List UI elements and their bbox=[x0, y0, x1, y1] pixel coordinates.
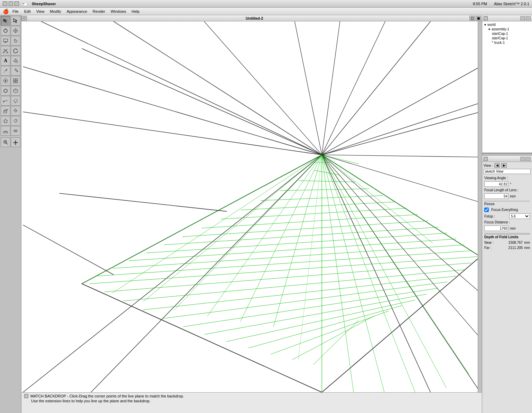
canvas-expand-btn[interactable]: ▢ bbox=[469, 16, 475, 21]
spin-tool[interactable] bbox=[1, 26, 10, 36]
star-tool[interactable] bbox=[1, 116, 10, 126]
menu-view[interactable]: View bbox=[34, 9, 47, 14]
canvas-3d-view[interactable] bbox=[21, 21, 482, 392]
scene-expand-btn[interactable] bbox=[520, 16, 525, 20]
camera-panel-titlebar bbox=[482, 156, 532, 162]
svg-rect-34 bbox=[4, 111, 7, 113]
canvas-close-btn[interactable]: □ bbox=[21, 16, 27, 21]
dof-section: Depth of Field Limits bbox=[484, 233, 530, 239]
svg-marker-43 bbox=[3, 119, 8, 123]
focus-everything-checkbox[interactable] bbox=[484, 208, 489, 212]
target-tool[interactable] bbox=[11, 26, 20, 36]
minimize-button[interactable] bbox=[9, 1, 13, 6]
main-layout: A bbox=[0, 15, 532, 413]
svg-rect-9 bbox=[4, 42, 7, 42]
scene-tree: ▼ world ▼ assembly-1 startCap-1 starICap… bbox=[482, 21, 532, 47]
cam-collapse-btn[interactable] bbox=[526, 157, 531, 161]
menu-render[interactable]: Render bbox=[90, 9, 108, 14]
menu-file[interactable]: File bbox=[10, 9, 21, 14]
focal-length-unit: mm bbox=[510, 194, 516, 198]
svg-point-27 bbox=[4, 89, 7, 93]
focal-length-input[interactable] bbox=[484, 193, 508, 199]
svg-line-89 bbox=[271, 311, 389, 354]
svg-line-105 bbox=[322, 155, 446, 388]
status-collapse-btn[interactable] bbox=[24, 394, 28, 398]
select-arrow-tool[interactable] bbox=[1, 16, 10, 26]
maximize-button[interactable] bbox=[15, 1, 19, 6]
viewing-angle-input[interactable] bbox=[484, 181, 508, 187]
sheepshaver-icon: 🐑 bbox=[22, 1, 28, 7]
dof-section-title: Depth of Field Limits bbox=[484, 235, 519, 239]
transform-tool[interactable] bbox=[11, 126, 20, 136]
monitor-tool[interactable] bbox=[1, 36, 10, 46]
text-tool[interactable]: A bbox=[1, 56, 10, 66]
menu-appearance[interactable]: Appearance bbox=[64, 9, 90, 14]
window-controls bbox=[3, 1, 19, 6]
svg-line-73 bbox=[202, 214, 418, 228]
scene-panel-close[interactable] bbox=[484, 16, 488, 20]
svg-line-103 bbox=[322, 155, 384, 392]
pen-tool[interactable] bbox=[1, 66, 10, 76]
canvas-title: Untitled-2 bbox=[27, 16, 482, 20]
lasso-tool[interactable] bbox=[11, 96, 20, 106]
far-row: Far : 2111.205 mm bbox=[482, 245, 532, 250]
close-button[interactable] bbox=[3, 1, 7, 6]
cam-expand-btn[interactable] bbox=[520, 157, 525, 161]
svg-line-116 bbox=[322, 155, 480, 157]
cam-panel-close[interactable] bbox=[484, 157, 488, 161]
pan-tool[interactable] bbox=[11, 137, 20, 147]
menu-modify[interactable]: Modify bbox=[47, 9, 64, 14]
svg-rect-23 bbox=[13, 79, 15, 80]
view-next-btn[interactable]: ▶ bbox=[501, 163, 507, 168]
view-prev-btn[interactable]: ◀ bbox=[494, 163, 500, 168]
light-tool[interactable] bbox=[11, 106, 20, 116]
svg-line-101 bbox=[298, 155, 322, 359]
focal-length-row: mm bbox=[482, 193, 532, 200]
cut-tool[interactable] bbox=[1, 46, 10, 56]
scene-collapse-btn[interactable] bbox=[526, 16, 531, 20]
scene-starcap-item: starICap-1 bbox=[492, 36, 531, 40]
svg-line-88 bbox=[249, 306, 402, 348]
svg-line-113 bbox=[295, 21, 322, 155]
svg-line-57 bbox=[322, 112, 480, 155]
svg-line-99 bbox=[240, 155, 322, 321]
menu-windows[interactable]: Windows bbox=[108, 9, 129, 14]
menu-help[interactable]: Help bbox=[129, 9, 142, 14]
svg-point-1 bbox=[5, 29, 6, 30]
canvas-collapse-btn[interactable]: ▣ bbox=[476, 16, 481, 21]
canvas-scroll[interactable] bbox=[478, 21, 482, 392]
spiral-tool[interactable] bbox=[11, 116, 20, 126]
svg-line-59 bbox=[23, 155, 322, 392]
svg-line-114 bbox=[322, 21, 340, 155]
apple-menu[interactable]: 🍎 bbox=[1, 8, 10, 15]
measure-tool[interactable] bbox=[1, 126, 10, 136]
svg-point-10 bbox=[3, 52, 4, 53]
menu-bar: 🍎 File Edit View Modify Appearance Rende… bbox=[0, 8, 532, 15]
3d-tool[interactable] bbox=[11, 56, 20, 66]
svg-line-83 bbox=[142, 276, 456, 310]
surface-tool[interactable] bbox=[1, 96, 10, 106]
pencil-tool[interactable] bbox=[11, 66, 20, 76]
camera-view-nav: View : ◀ ▶ bbox=[482, 162, 532, 169]
zoom-tool[interactable] bbox=[1, 137, 10, 147]
grab-tool[interactable] bbox=[11, 36, 20, 46]
select-arrow2-tool[interactable] bbox=[11, 16, 20, 26]
canvas-area: □ Untitled-2 ▢ ▣ bbox=[21, 15, 482, 413]
svg-line-13 bbox=[6, 51, 7, 52]
svg-marker-19 bbox=[14, 72, 15, 73]
extrude-tool[interactable] bbox=[1, 106, 10, 116]
svg-line-107 bbox=[322, 155, 433, 243]
circle-tool[interactable] bbox=[1, 86, 10, 96]
menu-edit[interactable]: Edit bbox=[21, 9, 34, 14]
clock: 8:55 PM bbox=[473, 2, 487, 6]
rotate-tool[interactable] bbox=[11, 46, 20, 56]
grid-view-tool[interactable] bbox=[11, 76, 20, 86]
add-point-tool[interactable] bbox=[1, 76, 10, 86]
fstop-select[interactable]: 5.6 2.8 4 8 11 bbox=[509, 213, 530, 219]
svg-line-42 bbox=[17, 112, 17, 112]
focal-length-label-row: Focal Length of Lens : bbox=[482, 188, 532, 193]
cube-tool[interactable] bbox=[11, 86, 20, 96]
view-name-input[interactable] bbox=[484, 169, 531, 174]
focus-everything-row: Focus Everything bbox=[482, 207, 532, 213]
focus-distance-input[interactable] bbox=[484, 225, 508, 231]
